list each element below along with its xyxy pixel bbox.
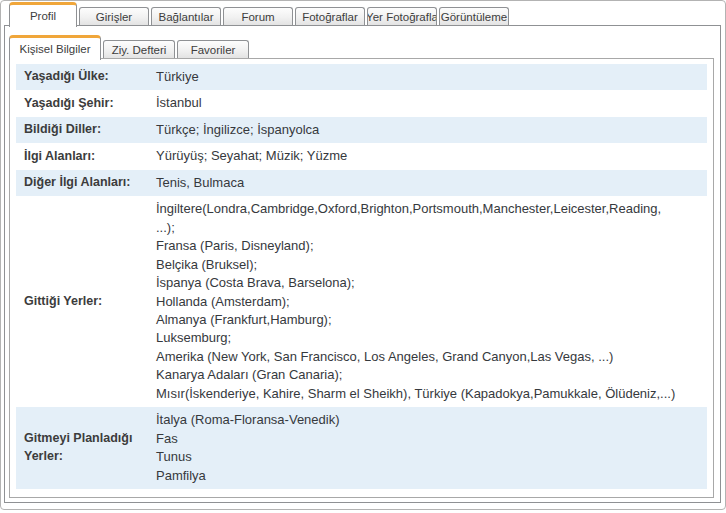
tab-goruntuleme[interactable]: Görüntüleme bbox=[439, 7, 509, 25]
tab-baglantilar[interactable]: Bağlantılar bbox=[151, 7, 221, 25]
tab-forum-label: Forum bbox=[241, 11, 274, 23]
info-row-diger-ilgi-alanlari: Diğer İlgi Alanları: Tenis, Bulmaca bbox=[16, 170, 707, 196]
tab-ziyaretci-defteri[interactable]: Ziy. Defteri bbox=[103, 40, 175, 58]
profil-tab-panel: Kişisel Bilgiler Ziy. Defteri Favoriler … bbox=[4, 25, 721, 503]
row-label: Yaşadığı Ülke: bbox=[24, 68, 156, 86]
row-label: Diğer İlgi Alanları: bbox=[24, 174, 156, 192]
info-row-ilgi-alanlari: İlgi Alanları: Yürüyüş; Seyahat; Müzik; … bbox=[16, 143, 707, 169]
secondary-tabstrip: Kişisel Bilgiler Ziy. Defteri Favoriler bbox=[9, 36, 720, 58]
tab-yer-fotograflari-label: Yer Fotoğrafla bbox=[367, 11, 437, 23]
row-value: Türkçe; İngilizce; İspanyolca bbox=[156, 121, 703, 139]
tab-girisler-label: Girişler bbox=[96, 11, 132, 23]
tab-profil-label: Profil bbox=[30, 10, 56, 22]
kisisel-bilgiler-panel: Yaşadığı Ülke: Türkiye Yaşadığı Şehir: İ… bbox=[9, 58, 714, 498]
tab-fotograflar-label: Fotoğraflar bbox=[302, 11, 358, 23]
tab-favoriler[interactable]: Favoriler bbox=[177, 40, 249, 58]
row-label: Gitmeyi Planladığı Yerler: bbox=[24, 430, 156, 466]
row-value: İngiltere(Londra,Cambridge,Oxford,Bright… bbox=[156, 200, 703, 403]
info-row-gitmeyi-planladigi-yerler: Gitmeyi Planladığı Yerler: İtalya (Roma-… bbox=[16, 407, 707, 489]
info-row-yasadigi-ulke: Yaşadığı Ülke: Türkiye bbox=[16, 64, 707, 90]
tab-kisisel-bilgiler[interactable]: Kişisel Bilgiler bbox=[9, 35, 101, 60]
tab-favoriler-label: Favoriler bbox=[191, 44, 236, 56]
tab-forum[interactable]: Forum bbox=[223, 7, 293, 25]
info-row-yasadigi-sehir: Yaşadığı Şehir: İstanbul bbox=[16, 90, 707, 116]
tab-yer-fotograflari[interactable]: Yer Fotoğrafla bbox=[367, 7, 437, 25]
row-label: İlgi Alanları: bbox=[24, 148, 156, 166]
row-label: Gittiği Yerler: bbox=[24, 293, 156, 311]
tab-fotograflar[interactable]: Fotoğraflar bbox=[295, 7, 365, 25]
tab-kisisel-bilgiler-label: Kişisel Bilgiler bbox=[20, 43, 91, 55]
tab-profil[interactable]: Profil bbox=[9, 2, 77, 27]
row-value: Türkiye bbox=[156, 68, 703, 86]
row-value: Tenis, Bulmaca bbox=[156, 174, 703, 192]
row-value: İtalya (Roma-Floransa-Venedik) Fas Tunus… bbox=[156, 411, 703, 485]
row-label: Bildiği Diller: bbox=[24, 121, 156, 139]
tab-girisler[interactable]: Girişler bbox=[79, 7, 149, 25]
row-value: Yürüyüş; Seyahat; Müzik; Yüzme bbox=[156, 147, 703, 165]
row-value: İstanbul bbox=[156, 94, 703, 112]
tab-goruntuleme-label: Görüntüleme bbox=[441, 11, 507, 23]
primary-tabstrip: Profil Girişler Bağlantılar Forum Fotoğr… bbox=[9, 3, 725, 25]
info-row-gittigi-yerler: Gittiği Yerler: İngiltere(Londra,Cambrid… bbox=[16, 196, 707, 407]
profile-module: Profil Girişler Bağlantılar Forum Fotoğr… bbox=[0, 0, 726, 510]
row-label: Yaşadığı Şehir: bbox=[24, 95, 156, 113]
info-row-bildigi-diller: Bildiği Diller: Türkçe; İngilizce; İspan… bbox=[16, 117, 707, 143]
tab-baglantilar-label: Bağlantılar bbox=[159, 11, 214, 23]
tab-ziyaretci-defteri-label: Ziy. Defteri bbox=[112, 44, 167, 56]
